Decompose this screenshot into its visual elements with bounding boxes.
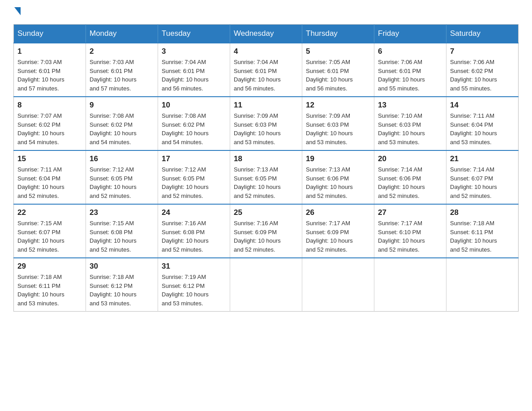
day-info: Sunrise: 7:08 AM Sunset: 6:02 PM Dayligh…: [90, 111, 154, 146]
day-info: Sunrise: 7:09 AM Sunset: 6:03 PM Dayligh…: [306, 111, 370, 146]
day-number: 13: [378, 101, 442, 110]
calendar-cell: 26 Sunrise: 7:17 AM Sunset: 6:09 PM Dayl…: [302, 204, 374, 258]
day-info: Sunrise: 7:11 AM Sunset: 6:04 PM Dayligh…: [17, 165, 82, 200]
calendar-cell: 24 Sunrise: 7:16 AM Sunset: 6:08 PM Dayl…: [158, 204, 230, 258]
day-number: 6: [378, 47, 442, 56]
day-info: Sunrise: 7:15 AM Sunset: 6:08 PM Dayligh…: [90, 219, 154, 254]
day-info: Sunrise: 7:08 AM Sunset: 6:02 PM Dayligh…: [162, 111, 226, 146]
calendar-cell: 13 Sunrise: 7:10 AM Sunset: 6:03 PM Dayl…: [374, 97, 446, 150]
day-info: Sunrise: 7:07 AM Sunset: 6:02 PM Dayligh…: [17, 111, 82, 146]
calendar-cell: 16 Sunrise: 7:12 AM Sunset: 6:05 PM Dayl…: [86, 150, 158, 204]
day-number: 5: [306, 47, 370, 56]
day-info: Sunrise: 7:14 AM Sunset: 6:07 PM Dayligh…: [450, 165, 515, 200]
day-info: Sunrise: 7:17 AM Sunset: 6:09 PM Dayligh…: [306, 219, 370, 254]
calendar-week-row: 1 Sunrise: 7:03 AM Sunset: 6:01 PM Dayli…: [14, 43, 519, 97]
day-info: Sunrise: 7:03 AM Sunset: 6:01 PM Dayligh…: [90, 58, 154, 93]
day-number: 20: [378, 154, 442, 163]
calendar-cell: 25 Sunrise: 7:16 AM Sunset: 6:09 PM Dayl…: [230, 204, 302, 258]
day-number: 17: [162, 154, 226, 163]
calendar-cell: 6 Sunrise: 7:06 AM Sunset: 6:01 PM Dayli…: [374, 43, 446, 97]
day-info: Sunrise: 7:03 AM Sunset: 6:01 PM Dayligh…: [17, 58, 82, 93]
day-of-week-thursday: Thursday: [302, 25, 374, 43]
day-number: 3: [162, 47, 226, 56]
calendar-week-row: 22 Sunrise: 7:15 AM Sunset: 6:07 PM Dayl…: [14, 204, 519, 258]
day-number: 28: [450, 208, 515, 217]
calendar-cell: 29 Sunrise: 7:18 AM Sunset: 6:11 PM Dayl…: [14, 258, 86, 312]
day-info: Sunrise: 7:05 AM Sunset: 6:01 PM Dayligh…: [306, 58, 370, 93]
logo: [13, 9, 21, 15]
day-info: Sunrise: 7:04 AM Sunset: 6:01 PM Dayligh…: [234, 58, 298, 93]
day-number: 16: [90, 154, 154, 163]
day-of-week-monday: Monday: [86, 25, 158, 43]
calendar-cell: 21 Sunrise: 7:14 AM Sunset: 6:07 PM Dayl…: [446, 150, 519, 204]
day-number: 1: [17, 47, 82, 56]
day-number: 25: [234, 208, 298, 217]
calendar-cell: 17 Sunrise: 7:12 AM Sunset: 6:05 PM Dayl…: [158, 150, 230, 204]
day-info: Sunrise: 7:13 AM Sunset: 6:05 PM Dayligh…: [234, 165, 298, 200]
day-number: 2: [90, 47, 154, 56]
calendar-cell: 11 Sunrise: 7:09 AM Sunset: 6:03 PM Dayl…: [230, 97, 302, 150]
calendar-cell: 27 Sunrise: 7:17 AM Sunset: 6:10 PM Dayl…: [374, 204, 446, 258]
day-number: 27: [378, 208, 442, 217]
day-of-week-sunday: Sunday: [14, 25, 86, 43]
calendar-cell: 2 Sunrise: 7:03 AM Sunset: 6:01 PM Dayli…: [86, 43, 158, 97]
day-number: 19: [306, 154, 370, 163]
day-number: 22: [17, 208, 82, 217]
calendar-week-row: 15 Sunrise: 7:11 AM Sunset: 6:04 PM Dayl…: [14, 150, 519, 204]
day-of-week-wednesday: Wednesday: [230, 25, 302, 43]
calendar-cell: 3 Sunrise: 7:04 AM Sunset: 6:01 PM Dayli…: [158, 43, 230, 97]
day-of-week-friday: Friday: [374, 25, 446, 43]
day-number: 18: [234, 154, 298, 163]
day-of-week-saturday: Saturday: [446, 25, 519, 43]
day-info: Sunrise: 7:14 AM Sunset: 6:06 PM Dayligh…: [378, 165, 442, 200]
calendar-week-row: 29 Sunrise: 7:18 AM Sunset: 6:11 PM Dayl…: [14, 258, 519, 312]
calendar-table: SundayMondayTuesdayWednesdayThursdayFrid…: [13, 24, 519, 312]
day-number: 12: [306, 101, 370, 110]
day-number: 15: [17, 154, 82, 163]
day-number: 11: [234, 101, 298, 110]
calendar-cell: 18 Sunrise: 7:13 AM Sunset: 6:05 PM Dayl…: [230, 150, 302, 204]
calendar-cell: 20 Sunrise: 7:14 AM Sunset: 6:06 PM Dayl…: [374, 150, 446, 204]
day-number: 29: [17, 262, 82, 271]
day-number: 21: [450, 154, 515, 163]
day-number: 8: [17, 101, 82, 110]
calendar-cell: 28 Sunrise: 7:18 AM Sunset: 6:11 PM Dayl…: [446, 204, 519, 258]
day-info: Sunrise: 7:16 AM Sunset: 6:09 PM Dayligh…: [234, 219, 298, 254]
day-number: 14: [450, 101, 515, 110]
calendar-cell: 4 Sunrise: 7:04 AM Sunset: 6:01 PM Dayli…: [230, 43, 302, 97]
day-info: Sunrise: 7:18 AM Sunset: 6:11 PM Dayligh…: [17, 273, 82, 308]
day-info: Sunrise: 7:19 AM Sunset: 6:12 PM Dayligh…: [162, 273, 226, 308]
day-number: 30: [90, 262, 154, 271]
calendar-week-row: 8 Sunrise: 7:07 AM Sunset: 6:02 PM Dayli…: [14, 97, 519, 150]
calendar-cell: [230, 258, 302, 312]
calendar-cell: 31 Sunrise: 7:19 AM Sunset: 6:12 PM Dayl…: [158, 258, 230, 312]
day-info: Sunrise: 7:06 AM Sunset: 6:01 PM Dayligh…: [378, 58, 442, 93]
logo-area: [13, 9, 21, 15]
day-number: 26: [306, 208, 370, 217]
calendar-cell: 22 Sunrise: 7:15 AM Sunset: 6:07 PM Dayl…: [14, 204, 86, 258]
calendar-cell: 5 Sunrise: 7:05 AM Sunset: 6:01 PM Dayli…: [302, 43, 374, 97]
calendar-cell: 15 Sunrise: 7:11 AM Sunset: 6:04 PM Dayl…: [14, 150, 86, 204]
calendar-cell: 14 Sunrise: 7:11 AM Sunset: 6:04 PM Dayl…: [446, 97, 519, 150]
day-info: Sunrise: 7:10 AM Sunset: 6:03 PM Dayligh…: [378, 111, 442, 146]
calendar-cell: [374, 258, 446, 312]
day-info: Sunrise: 7:18 AM Sunset: 6:12 PM Dayligh…: [90, 273, 154, 308]
day-info: Sunrise: 7:12 AM Sunset: 6:05 PM Dayligh…: [162, 165, 226, 200]
day-info: Sunrise: 7:13 AM Sunset: 6:06 PM Dayligh…: [306, 165, 370, 200]
day-number: 9: [90, 101, 154, 110]
calendar-cell: 19 Sunrise: 7:13 AM Sunset: 6:06 PM Dayl…: [302, 150, 374, 204]
day-number: 24: [162, 208, 226, 217]
day-info: Sunrise: 7:12 AM Sunset: 6:05 PM Dayligh…: [90, 165, 154, 200]
calendar-cell: 7 Sunrise: 7:06 AM Sunset: 6:02 PM Dayli…: [446, 43, 519, 97]
day-info: Sunrise: 7:18 AM Sunset: 6:11 PM Dayligh…: [450, 219, 515, 254]
day-info: Sunrise: 7:11 AM Sunset: 6:04 PM Dayligh…: [450, 111, 515, 146]
day-number: 23: [90, 208, 154, 217]
page-header: [13, 9, 519, 15]
day-number: 31: [162, 262, 226, 271]
calendar-cell: 8 Sunrise: 7:07 AM Sunset: 6:02 PM Dayli…: [14, 97, 86, 150]
calendar-cell: [446, 258, 519, 312]
day-info: Sunrise: 7:04 AM Sunset: 6:01 PM Dayligh…: [162, 58, 226, 93]
day-info: Sunrise: 7:09 AM Sunset: 6:03 PM Dayligh…: [234, 111, 298, 146]
calendar-cell: 30 Sunrise: 7:18 AM Sunset: 6:12 PM Dayl…: [86, 258, 158, 312]
day-info: Sunrise: 7:16 AM Sunset: 6:08 PM Dayligh…: [162, 219, 226, 254]
